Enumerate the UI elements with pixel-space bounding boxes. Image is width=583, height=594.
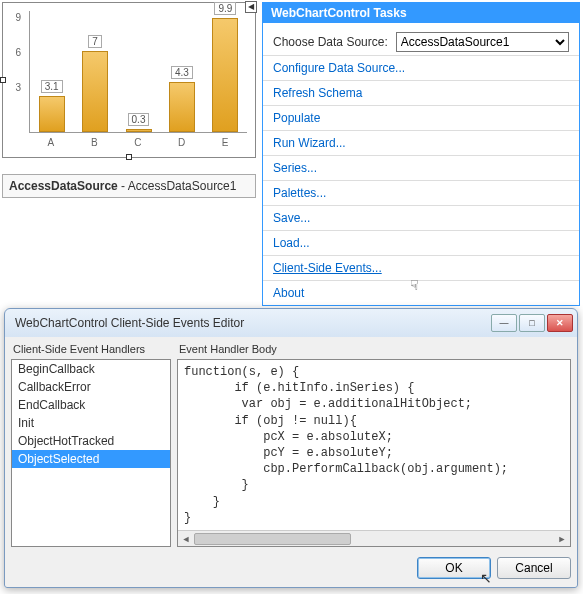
- scroll-left-arrow[interactable]: ◄: [178, 531, 194, 547]
- task-link-configure-data-source[interactable]: Configure Data Source...: [263, 55, 579, 80]
- event-item-BeginCallback[interactable]: BeginCallback: [12, 360, 170, 378]
- choose-datasource-select[interactable]: AccessDataSource1: [396, 32, 569, 52]
- x-tick: A: [29, 135, 73, 155]
- event-item-Init[interactable]: Init: [12, 414, 170, 432]
- task-link-load[interactable]: Load...: [263, 230, 579, 255]
- y-tick: 3: [15, 82, 21, 93]
- y-tick: 9: [15, 12, 21, 23]
- bar-label: 3.1: [41, 80, 63, 93]
- event-item-ObjectSelected[interactable]: ObjectSelected: [12, 450, 170, 468]
- horizontal-scrollbar[interactable]: ◄ ►: [178, 530, 570, 546]
- minimize-button[interactable]: —: [491, 314, 517, 332]
- bar-label: 9.9: [214, 2, 236, 15]
- chart-control[interactable]: ◀ 369 3.170.34.39.9 ABCDE: [2, 2, 256, 158]
- task-link-palettes[interactable]: Palettes...: [263, 180, 579, 205]
- bar: [169, 82, 195, 132]
- bar-D: 4.3: [160, 11, 203, 132]
- cancel-button[interactable]: Cancel: [497, 557, 571, 579]
- x-tick: E: [203, 135, 247, 155]
- event-handlers-listbox[interactable]: BeginCallbackCallbackErrorEndCallbackIni…: [11, 359, 171, 547]
- bar-label: 4.3: [171, 66, 193, 79]
- task-link-save[interactable]: Save...: [263, 205, 579, 230]
- datasource-name: AccessDataSource1: [128, 179, 237, 193]
- dialog-titlebar[interactable]: WebChartControl Client-Side Events Edito…: [5, 309, 577, 337]
- event-handlers-label: Client-Side Event Handlers: [11, 341, 171, 359]
- datasource-type: AccessDataSource: [9, 179, 118, 193]
- x-tick: D: [160, 135, 204, 155]
- events-editor-dialog: WebChartControl Client-Side Events Edito…: [4, 308, 578, 588]
- x-tick: B: [73, 135, 117, 155]
- close-button[interactable]: ✕: [547, 314, 573, 332]
- scroll-thumb[interactable]: [194, 533, 351, 545]
- y-axis: 369: [3, 11, 25, 133]
- tasks-panel-title: WebChartControl Tasks: [263, 3, 579, 23]
- task-link-populate[interactable]: Populate: [263, 105, 579, 130]
- task-link-series[interactable]: Series...: [263, 155, 579, 180]
- event-item-ObjectHotTracked[interactable]: ObjectHotTracked: [12, 432, 170, 450]
- datasource-control[interactable]: AccessDataSource - AccessDataSource1: [2, 174, 256, 198]
- event-body-editor[interactable]: function(s, e) { if (e.hitInfo.inSeries)…: [177, 359, 571, 547]
- event-item-CallbackError[interactable]: CallbackError: [12, 378, 170, 396]
- choose-datasource-row: Choose Data Source: AccessDataSource1: [263, 29, 579, 55]
- task-link-run-wizard[interactable]: Run Wizard...: [263, 130, 579, 155]
- bar-B: 7: [73, 11, 116, 132]
- ok-button[interactable]: OK: [417, 557, 491, 579]
- bar-label: 0.3: [128, 113, 150, 126]
- scroll-right-arrow[interactable]: ►: [554, 531, 570, 547]
- y-tick: 6: [15, 47, 21, 58]
- bar-E: 9.9: [204, 11, 247, 132]
- bar: [39, 96, 65, 132]
- resize-handle-bottom[interactable]: [126, 154, 132, 160]
- task-link-refresh-schema[interactable]: Refresh Schema: [263, 80, 579, 105]
- bar: [212, 18, 238, 132]
- chart-plot: 3.170.34.39.9: [29, 11, 247, 133]
- event-item-EndCallback[interactable]: EndCallback: [12, 396, 170, 414]
- tasks-panel: WebChartControl Tasks Choose Data Source…: [262, 2, 580, 306]
- maximize-button[interactable]: □: [519, 314, 545, 332]
- bar-C: 0.3: [117, 11, 160, 132]
- bar: [82, 51, 108, 132]
- x-tick: C: [116, 135, 160, 155]
- dialog-title: WebChartControl Client-Side Events Edito…: [15, 316, 489, 330]
- event-body-label: Event Handler Body: [177, 341, 571, 359]
- bar-A: 3.1: [30, 11, 73, 132]
- cursor-hand-icon: ☟: [410, 277, 426, 293]
- x-axis: ABCDE: [29, 135, 247, 155]
- bar-label: 7: [88, 35, 102, 48]
- datasource-sep: -: [121, 179, 128, 193]
- resize-handle-left[interactable]: [0, 77, 6, 83]
- bar: [126, 129, 152, 132]
- choose-datasource-label: Choose Data Source:: [273, 35, 388, 49]
- event-body-code[interactable]: function(s, e) { if (e.hitInfo.inSeries)…: [178, 360, 570, 530]
